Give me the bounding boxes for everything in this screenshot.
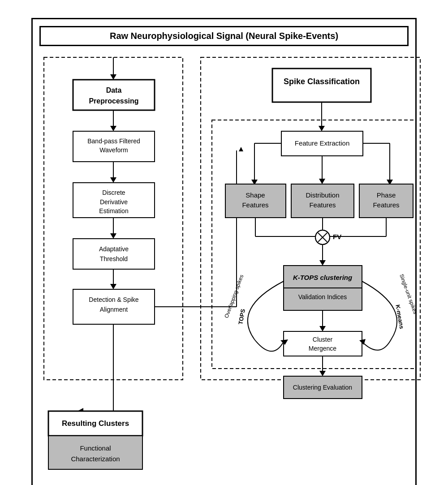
arrow-head-feature [239, 147, 243, 151]
resulting-clusters-label: Resulting Clusters [62, 419, 129, 428]
detection-label2: Alignment [100, 306, 128, 313]
cluster-mergence-label1: Cluster [313, 336, 333, 343]
arrow-head-cluster-merge [319, 326, 326, 331]
arrow-head-discrete [110, 177, 116, 183]
outer-box: Raw Neurophysiological Signal (Neural Sp… [31, 18, 417, 485]
functional-char-label2: Characterization [71, 455, 120, 463]
bandpass-label2: Waveform [99, 146, 128, 154]
shape-features-label2: Features [242, 201, 268, 209]
ktops-label: K-TOPS clustering [293, 274, 352, 281]
tops-label: TOPS [237, 308, 246, 325]
adaptative-box [73, 239, 155, 269]
phase-features-label1: Phase [377, 191, 396, 199]
clustering-eval-label: Clustering Evaluation [293, 384, 352, 391]
arrow-head-bandpass [110, 126, 116, 131]
arrow-head-ktops [319, 260, 326, 266]
fv-label: FV [333, 233, 341, 240]
bandpass-label1: Band-pass Filtered [87, 137, 140, 145]
diagram-container: Raw Neurophysiological Signal (Neural Sp… [22, 9, 426, 485]
detection-label1: Detection & Spike [89, 296, 138, 303]
distribution-features-label2: Features [309, 201, 336, 209]
arrow-head-detection [110, 284, 116, 289]
discrete-label3: Estimation [99, 207, 128, 215]
raw-signal-title: Raw Neurophysiological Signal (Neural Sp… [39, 26, 409, 46]
data-preprocessing-label1: Data [106, 86, 122, 94]
shape-features-label1: Shape [246, 191, 265, 199]
arrow-head-distribution [319, 179, 325, 184]
discrete-label2: Derivative [100, 198, 128, 206]
arrow-head-feature2 [319, 126, 325, 131]
distribution-features-label1: Distribution [306, 191, 339, 199]
adaptative-label1: Adaptative [99, 245, 129, 253]
phase-features-label2: Features [373, 201, 399, 209]
functional-char-box [48, 436, 142, 469]
data-preprocessing-label2: Preprocessing [89, 97, 138, 105]
functional-char-label1: Functional [80, 444, 111, 452]
feature-extraction-label: Feature Extraction [295, 139, 350, 147]
spike-classification-label1: Spike Classification [284, 77, 360, 86]
kmeans-curved-arrow [362, 281, 397, 350]
kmeans-label: K-means [394, 304, 405, 330]
arrow-head-preprocessing [110, 74, 116, 80]
cluster-mergence-box [284, 331, 362, 356]
discrete-label1: Discrete [102, 189, 125, 196]
adaptative-label2: Threshold [100, 255, 128, 262]
tops-curved-arrow [248, 281, 284, 351]
main-diagram-svg: Data Preprocessing Band-pass Filtered Wa… [39, 53, 425, 483]
validation-label: Validation Indices [298, 293, 347, 300]
data-preprocessing-box [73, 80, 155, 110]
cluster-mergence-label2: Mergence [309, 345, 336, 352]
arrow-head-adaptative [110, 233, 116, 239]
arrow-head-eval [319, 371, 326, 376]
